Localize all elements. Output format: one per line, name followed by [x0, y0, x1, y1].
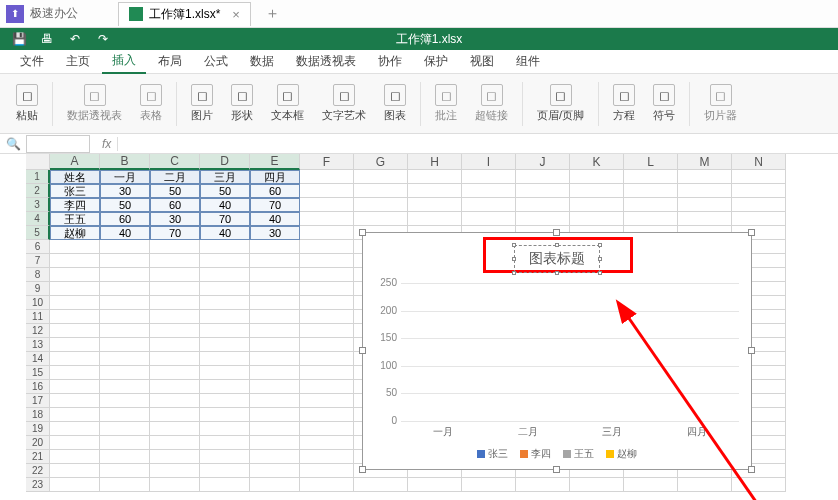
cell-D23[interactable] — [200, 478, 250, 492]
cell-E13[interactable] — [250, 338, 300, 352]
cell-K3[interactable] — [570, 198, 624, 212]
cell-D4[interactable]: 70 — [200, 212, 250, 226]
cell-K1[interactable] — [570, 170, 624, 184]
cell-E5[interactable]: 30 — [250, 226, 300, 240]
cell-F8[interactable] — [300, 268, 354, 282]
row-header-12[interactable]: 12 — [26, 324, 50, 338]
row-header-22[interactable]: 22 — [26, 464, 50, 478]
cell-B22[interactable] — [100, 464, 150, 478]
cell-E12[interactable] — [250, 324, 300, 338]
undo-icon[interactable]: ↶ — [68, 32, 82, 46]
row-header-19[interactable]: 19 — [26, 422, 50, 436]
menu-协作[interactable]: 协作 — [368, 50, 412, 73]
ribbon-图表[interactable]: ◻图表 — [376, 82, 414, 125]
cell-D7[interactable] — [200, 254, 250, 268]
cell-B12[interactable] — [100, 324, 150, 338]
row-header-10[interactable]: 10 — [26, 296, 50, 310]
cell-D12[interactable] — [200, 324, 250, 338]
cell-B3[interactable]: 50 — [100, 198, 150, 212]
menu-数据[interactable]: 数据 — [240, 50, 284, 73]
cell-F14[interactable] — [300, 352, 354, 366]
cell-E9[interactable] — [250, 282, 300, 296]
cell-N2[interactable] — [732, 184, 786, 198]
cell-H4[interactable] — [408, 212, 462, 226]
row-header-15[interactable]: 15 — [26, 366, 50, 380]
cell-C3[interactable]: 60 — [150, 198, 200, 212]
menu-保护[interactable]: 保护 — [414, 50, 458, 73]
cell-B7[interactable] — [100, 254, 150, 268]
cell-D19[interactable] — [200, 422, 250, 436]
col-header-I[interactable]: I — [462, 154, 516, 170]
cell-E4[interactable]: 40 — [250, 212, 300, 226]
cell-J2[interactable] — [516, 184, 570, 198]
cell-B19[interactable] — [100, 422, 150, 436]
cell-E23[interactable] — [250, 478, 300, 492]
ribbon-页眉/页脚[interactable]: ◻页眉/页脚 — [529, 82, 592, 125]
cell-D16[interactable] — [200, 380, 250, 394]
row-header-5[interactable]: 5 — [26, 226, 50, 240]
col-header-A[interactable]: A — [50, 154, 100, 170]
cell-A21[interactable] — [50, 450, 100, 464]
cell-F1[interactable] — [300, 170, 354, 184]
menu-文件[interactable]: 文件 — [10, 50, 54, 73]
cell-E15[interactable] — [250, 366, 300, 380]
cell-B18[interactable] — [100, 408, 150, 422]
col-header-D[interactable]: D — [200, 154, 250, 170]
cell-C15[interactable] — [150, 366, 200, 380]
ribbon-符号[interactable]: ◻符号 — [645, 82, 683, 125]
cell-A9[interactable] — [50, 282, 100, 296]
cell-D11[interactable] — [200, 310, 250, 324]
cell-C22[interactable] — [150, 464, 200, 478]
cell-E1[interactable]: 四月 — [250, 170, 300, 184]
col-header-H[interactable]: H — [408, 154, 462, 170]
chart-object[interactable]: 图表标题 050100150200250一月二月三月四月 张三李四王五赵柳 — [362, 232, 752, 470]
col-header-L[interactable]: L — [624, 154, 678, 170]
row-header-20[interactable]: 20 — [26, 436, 50, 450]
cell-K23[interactable] — [570, 478, 624, 492]
cell-L2[interactable] — [624, 184, 678, 198]
cell-I2[interactable] — [462, 184, 516, 198]
cell-A4[interactable]: 王五 — [50, 212, 100, 226]
cell-B9[interactable] — [100, 282, 150, 296]
cell-D20[interactable] — [200, 436, 250, 450]
cell-B4[interactable]: 60 — [100, 212, 150, 226]
cell-D3[interactable]: 40 — [200, 198, 250, 212]
cell-C12[interactable] — [150, 324, 200, 338]
cell-F19[interactable] — [300, 422, 354, 436]
cell-F17[interactable] — [300, 394, 354, 408]
col-header-F[interactable]: F — [300, 154, 354, 170]
cell-E19[interactable] — [250, 422, 300, 436]
cell-L23[interactable] — [624, 478, 678, 492]
cell-A22[interactable] — [50, 464, 100, 478]
cell-G4[interactable] — [354, 212, 408, 226]
cell-B5[interactable]: 40 — [100, 226, 150, 240]
title-handle[interactable] — [512, 243, 516, 247]
cell-A19[interactable] — [50, 422, 100, 436]
cell-A17[interactable] — [50, 394, 100, 408]
resize-handle[interactable] — [748, 466, 755, 473]
row-header-16[interactable]: 16 — [26, 380, 50, 394]
resize-handle[interactable] — [553, 466, 560, 473]
cell-B21[interactable] — [100, 450, 150, 464]
title-handle[interactable] — [512, 257, 516, 261]
row-header-1[interactable]: 1 — [26, 170, 50, 184]
cell-L3[interactable] — [624, 198, 678, 212]
ribbon-图片[interactable]: ◻图片 — [183, 82, 221, 125]
cell-C11[interactable] — [150, 310, 200, 324]
redo-icon[interactable]: ↷ — [96, 32, 110, 46]
cell-N3[interactable] — [732, 198, 786, 212]
cell-F16[interactable] — [300, 380, 354, 394]
cell-M3[interactable] — [678, 198, 732, 212]
cell-B1[interactable]: 一月 — [100, 170, 150, 184]
cell-C16[interactable] — [150, 380, 200, 394]
cell-K2[interactable] — [570, 184, 624, 198]
cell-F21[interactable] — [300, 450, 354, 464]
cell-F7[interactable] — [300, 254, 354, 268]
title-handle[interactable] — [598, 243, 602, 247]
cell-B10[interactable] — [100, 296, 150, 310]
cell-A11[interactable] — [50, 310, 100, 324]
cell-E17[interactable] — [250, 394, 300, 408]
cell-B13[interactable] — [100, 338, 150, 352]
ribbon-形状[interactable]: ◻形状 — [223, 82, 261, 125]
cell-D18[interactable] — [200, 408, 250, 422]
